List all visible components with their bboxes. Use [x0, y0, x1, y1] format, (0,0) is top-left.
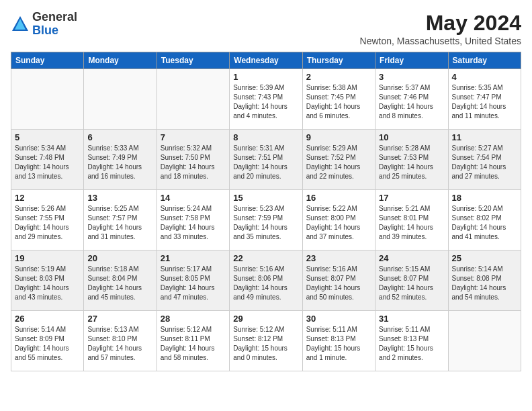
- day-info: Sunrise: 5:27 AM Sunset: 7:54 PM Dayligh…: [452, 144, 517, 181]
- day-number: 23: [306, 253, 371, 263]
- day-info: Sunrise: 5:39 AM Sunset: 7:43 PM Dayligh…: [233, 83, 298, 121]
- calendar-table: SundayMondayTuesdayWednesdayThursdayFrid…: [11, 52, 521, 371]
- calendar-week-row: 19Sunrise: 5:19 AM Sunset: 8:03 PM Dayli…: [11, 250, 521, 311]
- day-number: 15: [233, 193, 298, 203]
- calendar-day-cell: 28Sunrise: 5:12 AM Sunset: 8:11 PM Dayli…: [157, 311, 229, 371]
- day-number: 20: [87, 253, 152, 263]
- calendar-day-cell: 1Sunrise: 5:39 AM Sunset: 7:43 PM Daylig…: [230, 69, 302, 130]
- month-year: May 2024: [360, 11, 521, 36]
- calendar-day-cell: 8Sunrise: 5:31 AM Sunset: 7:51 PM Daylig…: [230, 130, 302, 190]
- calendar-day-cell: 15Sunrise: 5:23 AM Sunset: 7:59 PM Dayli…: [230, 190, 302, 250]
- day-info: Sunrise: 5:14 AM Sunset: 8:08 PM Dayligh…: [452, 265, 517, 302]
- day-number: 26: [15, 314, 80, 324]
- calendar-day-cell: 27Sunrise: 5:13 AM Sunset: 8:10 PM Dayli…: [84, 311, 157, 371]
- day-number: 5: [15, 132, 80, 142]
- weekday-header: Friday: [375, 52, 448, 69]
- day-number: 10: [379, 132, 444, 142]
- day-number: 7: [161, 132, 226, 142]
- logo-general: General: [32, 10, 77, 24]
- day-info: Sunrise: 5:37 AM Sunset: 7:46 PM Dayligh…: [379, 83, 444, 121]
- page-header: General Blue May 2024 Newton, Massachuse…: [11, 11, 521, 46]
- calendar-day-cell: 5Sunrise: 5:34 AM Sunset: 7:48 PM Daylig…: [11, 130, 84, 190]
- calendar-day-cell: 11Sunrise: 5:27 AM Sunset: 7:54 PM Dayli…: [448, 130, 521, 190]
- calendar-day-cell: 29Sunrise: 5:12 AM Sunset: 8:12 PM Dayli…: [230, 311, 302, 371]
- day-number: 11: [452, 132, 517, 142]
- day-number: 16: [306, 193, 371, 203]
- day-number: 19: [15, 253, 80, 263]
- logo: General Blue: [11, 11, 77, 38]
- day-number: 30: [306, 314, 371, 324]
- calendar-header-row: SundayMondayTuesdayWednesdayThursdayFrid…: [11, 52, 521, 69]
- calendar-week-row: 1Sunrise: 5:39 AM Sunset: 7:43 PM Daylig…: [11, 69, 521, 130]
- day-info: Sunrise: 5:11 AM Sunset: 8:13 PM Dayligh…: [306, 325, 371, 363]
- day-info: Sunrise: 5:31 AM Sunset: 7:51 PM Dayligh…: [233, 144, 298, 181]
- day-number: 21: [161, 253, 226, 263]
- logo-text: General Blue: [32, 11, 77, 38]
- calendar-day-cell: 20Sunrise: 5:18 AM Sunset: 8:04 PM Dayli…: [84, 250, 157, 311]
- day-number: 25: [452, 253, 517, 263]
- calendar-day-cell: 26Sunrise: 5:14 AM Sunset: 8:09 PM Dayli…: [11, 311, 84, 371]
- day-number: 24: [379, 253, 444, 263]
- day-info: Sunrise: 5:20 AM Sunset: 8:02 PM Dayligh…: [452, 204, 517, 242]
- weekday-header: Thursday: [302, 52, 375, 69]
- day-info: Sunrise: 5:35 AM Sunset: 7:47 PM Dayligh…: [452, 83, 517, 121]
- calendar-day-cell: 23Sunrise: 5:16 AM Sunset: 8:07 PM Dayli…: [302, 250, 375, 311]
- weekday-header: Wednesday: [230, 52, 302, 69]
- calendar-day-cell: 12Sunrise: 5:26 AM Sunset: 7:55 PM Dayli…: [11, 190, 84, 250]
- day-number: 17: [379, 193, 444, 203]
- calendar-day-cell: [11, 69, 84, 130]
- day-info: Sunrise: 5:32 AM Sunset: 7:50 PM Dayligh…: [161, 144, 226, 181]
- day-info: Sunrise: 5:24 AM Sunset: 7:58 PM Dayligh…: [161, 204, 226, 242]
- calendar-day-cell: 31Sunrise: 5:11 AM Sunset: 8:13 PM Dayli…: [375, 311, 448, 371]
- calendar-day-cell: 24Sunrise: 5:15 AM Sunset: 8:07 PM Dayli…: [375, 250, 448, 311]
- day-info: Sunrise: 5:26 AM Sunset: 7:55 PM Dayligh…: [15, 204, 80, 242]
- calendar-day-cell: 2Sunrise: 5:38 AM Sunset: 7:45 PM Daylig…: [302, 69, 375, 130]
- weekday-header: Tuesday: [157, 52, 229, 69]
- calendar-day-cell: [84, 69, 157, 130]
- day-info: Sunrise: 5:28 AM Sunset: 7:53 PM Dayligh…: [379, 144, 444, 181]
- day-number: 4: [452, 72, 517, 82]
- day-info: Sunrise: 5:12 AM Sunset: 8:12 PM Dayligh…: [233, 325, 298, 363]
- title-section: May 2024 Newton, Massachusetts, United S…: [360, 11, 521, 46]
- day-info: Sunrise: 5:16 AM Sunset: 8:07 PM Dayligh…: [306, 265, 371, 302]
- day-number: 12: [15, 193, 80, 203]
- calendar-week-row: 26Sunrise: 5:14 AM Sunset: 8:09 PM Dayli…: [11, 311, 521, 371]
- day-number: 28: [161, 314, 226, 324]
- day-info: Sunrise: 5:21 AM Sunset: 8:01 PM Dayligh…: [379, 204, 444, 242]
- calendar-day-cell: 17Sunrise: 5:21 AM Sunset: 8:01 PM Dayli…: [375, 190, 448, 250]
- day-info: Sunrise: 5:15 AM Sunset: 8:07 PM Dayligh…: [379, 265, 444, 302]
- weekday-header: Monday: [84, 52, 157, 69]
- calendar-day-cell: 6Sunrise: 5:33 AM Sunset: 7:49 PM Daylig…: [84, 130, 157, 190]
- calendar-day-cell: 4Sunrise: 5:35 AM Sunset: 7:47 PM Daylig…: [448, 69, 521, 130]
- calendar-week-row: 5Sunrise: 5:34 AM Sunset: 7:48 PM Daylig…: [11, 130, 521, 190]
- day-number: 31: [379, 314, 444, 324]
- logo-icon: [11, 15, 30, 34]
- day-info: Sunrise: 5:14 AM Sunset: 8:09 PM Dayligh…: [15, 325, 80, 363]
- calendar-day-cell: 7Sunrise: 5:32 AM Sunset: 7:50 PM Daylig…: [157, 130, 229, 190]
- day-number: 22: [233, 253, 298, 263]
- day-number: 29: [233, 314, 298, 324]
- calendar-day-cell: 9Sunrise: 5:29 AM Sunset: 7:52 PM Daylig…: [302, 130, 375, 190]
- day-number: 18: [452, 193, 517, 203]
- calendar-day-cell: 3Sunrise: 5:37 AM Sunset: 7:46 PM Daylig…: [375, 69, 448, 130]
- calendar-day-cell: 25Sunrise: 5:14 AM Sunset: 8:08 PM Dayli…: [448, 250, 521, 311]
- day-number: 2: [306, 72, 371, 82]
- weekday-header: Saturday: [448, 52, 521, 69]
- day-number: 27: [87, 314, 152, 324]
- day-number: 14: [161, 193, 226, 203]
- calendar-day-cell: 10Sunrise: 5:28 AM Sunset: 7:53 PM Dayli…: [375, 130, 448, 190]
- calendar-day-cell: [448, 311, 521, 371]
- day-number: 1: [233, 72, 298, 82]
- day-info: Sunrise: 5:34 AM Sunset: 7:48 PM Dayligh…: [15, 144, 80, 181]
- day-info: Sunrise: 5:16 AM Sunset: 8:06 PM Dayligh…: [233, 265, 298, 302]
- day-info: Sunrise: 5:38 AM Sunset: 7:45 PM Dayligh…: [306, 83, 371, 121]
- day-info: Sunrise: 5:23 AM Sunset: 7:59 PM Dayligh…: [233, 204, 298, 242]
- day-info: Sunrise: 5:11 AM Sunset: 8:13 PM Dayligh…: [379, 325, 444, 363]
- day-info: Sunrise: 5:18 AM Sunset: 8:04 PM Dayligh…: [87, 265, 152, 302]
- day-info: Sunrise: 5:33 AM Sunset: 7:49 PM Dayligh…: [87, 144, 152, 181]
- location: Newton, Massachusetts, United States: [360, 36, 521, 46]
- day-number: 8: [233, 132, 298, 142]
- day-info: Sunrise: 5:29 AM Sunset: 7:52 PM Dayligh…: [306, 144, 371, 181]
- calendar-day-cell: 30Sunrise: 5:11 AM Sunset: 8:13 PM Dayli…: [302, 311, 375, 371]
- day-info: Sunrise: 5:19 AM Sunset: 8:03 PM Dayligh…: [15, 265, 80, 302]
